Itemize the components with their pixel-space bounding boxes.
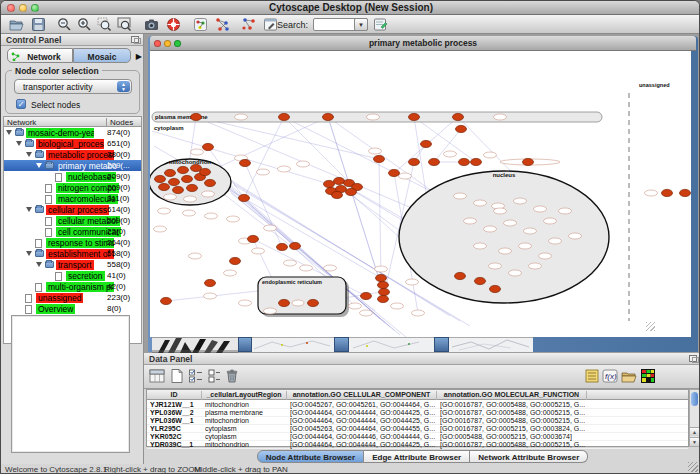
table-row[interactable]: YLR295Ccytoplasm[GO:0045263, GO:0044464,…	[147, 425, 688, 433]
gene-node[interactable]	[290, 242, 301, 249]
help-lifering-icon[interactable]	[166, 17, 181, 32]
gene-node-label[interactable]	[191, 149, 204, 155]
gene-node-label[interactable]	[514, 198, 527, 204]
gene-node-label[interactable]	[399, 173, 412, 179]
gene-node-label[interactable]	[509, 270, 522, 276]
float-panel-icon[interactable]	[131, 36, 139, 43]
gene-node-label[interactable]	[489, 263, 502, 269]
gene-node[interactable]	[361, 292, 372, 299]
expand-triangle-icon[interactable]	[16, 141, 22, 146]
background-window-titlebar[interactable]	[434, 337, 449, 352]
column-header[interactable]: _cellularLayoutRegion	[202, 391, 287, 400]
tree-row[interactable]: biological_process651(0)	[4, 138, 141, 149]
gene-node-label[interactable]	[499, 248, 512, 254]
table-row[interactable]: YPL036W__1mitochondrion[GO:0044464, GO:0…	[147, 417, 688, 425]
gene-node[interactable]	[178, 166, 189, 173]
tree-row[interactable]: Overview8(0)	[4, 303, 141, 314]
gene-node[interactable]	[159, 183, 170, 190]
gene-node[interactable]	[680, 189, 691, 196]
background-window-titlebar[interactable]	[334, 337, 349, 352]
open-file-icon[interactable]	[9, 17, 24, 32]
gene-node-label[interactable]	[257, 169, 270, 175]
gene-node[interactable]	[279, 113, 290, 120]
gene-node[interactable]	[161, 297, 172, 304]
tree-row[interactable]: nitrogen compo209(0)	[4, 182, 141, 193]
select-nodes-checkbox[interactable]: ✓	[16, 99, 26, 109]
gene-node[interactable]	[239, 194, 250, 201]
gene-node[interactable]	[308, 299, 319, 306]
tree-row[interactable]: multi-organism pro42(0)	[4, 281, 141, 292]
expand-triangle-icon[interactable]	[26, 152, 32, 157]
gene-node[interactable]	[421, 140, 432, 147]
gene-node-label[interactable]	[549, 238, 562, 244]
tree-row[interactable]: establishment of lo558(0)	[4, 248, 141, 259]
formula-fx-icon[interactable]: f(x)	[602, 368, 618, 384]
gene-node-label[interactable]	[300, 265, 313, 271]
gene-node[interactable]	[230, 257, 241, 264]
scrollbar-thumb[interactable]	[691, 392, 698, 406]
expand-triangle-icon[interactable]	[6, 130, 12, 135]
gene-node[interactable]	[409, 113, 420, 120]
gene-node[interactable]	[203, 143, 214, 150]
gene-node-label[interactable]	[464, 218, 477, 224]
zoom-out-icon[interactable]	[57, 17, 72, 32]
tab-network-attribute-browser[interactable]: Network Attribute Browser	[470, 450, 588, 463]
gene-node-label[interactable]	[284, 260, 297, 266]
gene-node-label[interactable]	[569, 233, 582, 239]
gene-node-label[interactable]	[406, 279, 419, 285]
tab-edge-attribute-browser[interactable]: Edge Attribute Browser	[364, 450, 470, 463]
gene-node[interactable]	[277, 243, 288, 250]
tree-header[interactable]: Network Nodes	[3, 116, 142, 127]
gene-node[interactable]	[334, 177, 345, 184]
gene-node-label[interactable]	[367, 114, 380, 120]
gene-node-label[interactable]	[444, 151, 457, 157]
import-attributes-icon[interactable]	[621, 368, 637, 384]
layout-attribute-icon[interactable]	[241, 17, 256, 32]
gene-node-label[interactable]	[484, 152, 497, 158]
float-panel-icon[interactable]	[689, 355, 697, 362]
gene-node[interactable]	[475, 277, 486, 284]
gene-node[interactable]	[409, 158, 420, 165]
gene-node-label[interactable]	[494, 114, 507, 120]
tab-scroll-right-icon[interactable]: ▶	[136, 52, 142, 61]
gene-node-label[interactable]	[158, 208, 171, 214]
background-window-logo-fragment[interactable]	[152, 337, 238, 352]
gene-node-label[interactable]	[375, 266, 388, 272]
table-scrollbar[interactable]: ▲ ▼	[689, 389, 700, 447]
zoom-fit-icon[interactable]	[117, 17, 132, 32]
column-header[interactable]: ID	[147, 391, 202, 400]
tree-row[interactable]: transport558(0)	[4, 259, 141, 270]
gene-node-label[interactable]	[529, 263, 542, 269]
gene-node-label[interactable]	[184, 196, 197, 202]
gene-node-label[interactable]	[349, 303, 362, 309]
search-options-icon[interactable]	[373, 17, 388, 32]
gene-node[interactable]	[379, 288, 390, 295]
gene-node[interactable]	[191, 113, 202, 120]
gene-node[interactable]	[456, 125, 467, 132]
zoom-selected-icon[interactable]	[97, 17, 112, 32]
inner-resize-grip[interactable]	[646, 322, 655, 331]
gene-node-label[interactable]	[645, 190, 658, 196]
save-icon[interactable]	[31, 17, 46, 32]
gene-node-label[interactable]	[474, 200, 487, 206]
snapshot-camera-icon[interactable]	[144, 17, 159, 32]
gene-node-label[interactable]	[252, 248, 265, 254]
gene-node-label[interactable]	[494, 208, 507, 214]
network-window-titlebar[interactable]: primary metabolic process	[150, 36, 696, 51]
gene-node[interactable]	[165, 169, 176, 176]
table-row[interactable]: YKR052Ccytoplasm[GO:0044464, GO:0044446,…	[147, 433, 688, 441]
tree-row[interactable]: cell communicat22(0)	[4, 226, 141, 237]
gene-node-label[interactable]	[239, 300, 252, 306]
expand-triangle-icon[interactable]	[36, 163, 42, 168]
gene-node-label[interactable]	[183, 210, 196, 216]
gene-node-label[interactable]	[324, 265, 337, 271]
annotation-window-icon[interactable]	[263, 17, 276, 32]
gene-node-label[interactable]	[202, 191, 215, 197]
gene-node-label[interactable]	[524, 228, 537, 234]
expand-triangle-icon[interactable]	[26, 251, 32, 256]
tree-row[interactable]: response to stimulu264(0)	[4, 237, 141, 248]
tree-row[interactable]: metabolic process280(0)	[4, 149, 141, 160]
window-resize-grip[interactable]	[688, 462, 698, 472]
tree-row[interactable]: cellular metabol209(0)	[4, 215, 141, 226]
table-row[interactable]: YPL036W__2plasma membrane[GO:0044464, GO…	[147, 409, 688, 417]
